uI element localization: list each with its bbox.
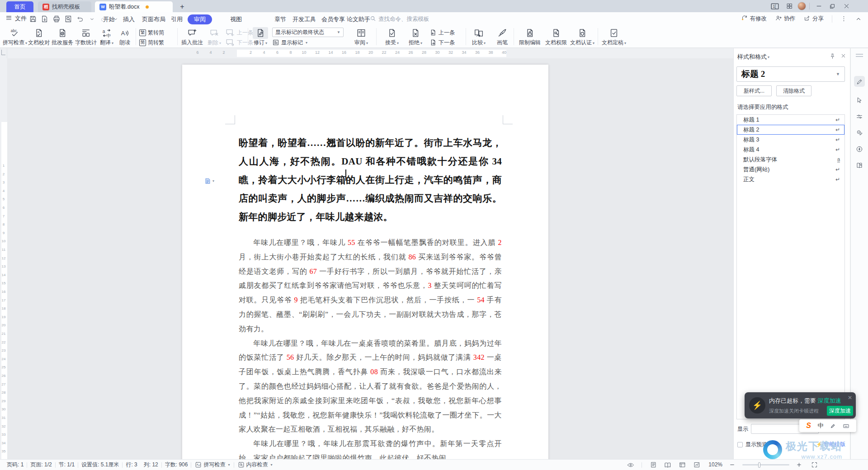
- ribbon-button-翻译[interactable]: a中 翻译▾: [98, 26, 116, 47]
- popup-close-icon[interactable]: ✕: [848, 395, 852, 401]
- ime-toolbar[interactable]: S 中: [799, 419, 856, 432]
- close-button[interactable]: [839, 0, 854, 12]
- zoom-out-icon[interactable]: [726, 460, 738, 470]
- menu-tab-9[interactable]: 会员专享: [320, 14, 347, 24]
- collapse-ribbon-icon[interactable]: [855, 16, 862, 22]
- style-item-标题 1[interactable]: 标题 1↵: [737, 115, 844, 125]
- style-item-标题 4[interactable]: 标题 4↵: [737, 145, 844, 155]
- doc-paragraph-1[interactable]: 年味儿在哪里？哦，年味儿 55 在爷爷一幅幅笔墨飘香的对联里。进入腊 2 月，街…: [239, 235, 502, 336]
- workspace-grid-button[interactable]: [783, 0, 796, 12]
- outline-view-icon[interactable]: [691, 460, 703, 470]
- ribbon-button-批改服务[interactable]: 批改服务: [51, 26, 74, 46]
- new-style-button[interactable]: 新样式...: [736, 85, 772, 96]
- ribbon-button-上一条[interactable]: 上一条: [225, 28, 253, 37]
- web-layout-icon[interactable]: [676, 460, 688, 470]
- zoom-in-icon[interactable]: [793, 460, 805, 470]
- style-item-普通(网站)[interactable]: 普通(网站)↵: [737, 164, 844, 174]
- ribbon-button-拒绝[interactable]: 拒绝▾: [405, 26, 426, 47]
- menu-tab-7[interactable]: 章节: [273, 14, 288, 24]
- command-search[interactable]: 查找命令、搜索模板: [370, 15, 429, 23]
- deep-boost-button[interactable]: 深度加速: [827, 406, 853, 416]
- menu-tab-10[interactable]: 论文助手: [345, 14, 372, 24]
- ime-pen-icon[interactable]: [830, 423, 836, 429]
- tab-home[interactable]: 首页: [6, 1, 33, 12]
- preview-checkbox[interactable]: [737, 442, 743, 447]
- zoom-slider[interactable]: [742, 464, 789, 465]
- select-cursor-icon[interactable]: [854, 95, 865, 106]
- horizontal-ruler[interactable]: 642246810121416182022242628303234363840: [7, 48, 733, 58]
- document-content[interactable]: 盼望着，盼望着……翘首以盼的新年近了。街市上车水马龙，人山人海，好不热闹。DAU…: [239, 134, 502, 459]
- ribbon-button-显示标记[interactable]: 显示标记▾: [272, 38, 307, 47]
- status-button-拼写检查[interactable]: A拼写检查▾: [191, 461, 233, 469]
- ribbon-button-比较[interactable]: 比较▾: [468, 26, 489, 47]
- panel-close-icon[interactable]: [840, 53, 846, 61]
- ribbon-button-朗读[interactable]: A 朗读: [116, 26, 134, 46]
- menu-tab-2[interactable]: 插入: [121, 14, 137, 24]
- tab-list-button[interactable]: 1[: [769, 0, 781, 12]
- page-1[interactable]: 盼望着，盼望着……翘首以盼的新年近了。街市上车水马龙，人山人海，好不热闹。DAU…: [182, 65, 548, 459]
- doc-paragraph-3[interactable]: 年味儿在哪里？哦，年味儿在那震耳欲聋的爆竹声中。新年第一天零点开始，家家户户都响…: [239, 437, 502, 459]
- status-button-内容检查[interactable]: 内容检查▾: [234, 461, 276, 469]
- menu-tab-6[interactable]: 视图: [228, 14, 244, 24]
- ribbon-button-文档校对[interactable]: a- 文档校对: [27, 26, 51, 46]
- ribbon-button-审阅[interactable]: 审阅▾: [351, 26, 372, 47]
- ribbon-button-拼写检查[interactable]: abc 拼写检查▾: [3, 26, 27, 47]
- doc-paragraph-2[interactable]: 年味儿在哪里？哦，年味儿在一桌桌香喷喷的菜肴里。腊月底，妈妈为过年的饭菜忙活了 …: [239, 336, 502, 437]
- style-item-标题 3[interactable]: 标题 3↵: [737, 135, 844, 145]
- ribbon-button-字数统计[interactable]: 字数统计: [74, 26, 98, 46]
- ribbon-button-下一条[interactable]: 下一条: [429, 38, 455, 47]
- dictionary-lookup-icon[interactable]: [854, 160, 865, 171]
- ribbon-button-文档认证[interactable]: 文档认证▾: [570, 26, 595, 47]
- ribbon-button-限制编辑[interactable]: 限制编辑: [517, 26, 542, 46]
- ribbon-button-繁转简[interactable]: 繁繁转简: [139, 28, 164, 37]
- adjust-settings-icon[interactable]: [854, 111, 865, 122]
- menubar-action-1[interactable]: 有修改: [741, 14, 767, 23]
- edit-pen-icon[interactable]: [854, 76, 865, 87]
- panel-title-arrow-icon[interactable]: ▾: [768, 55, 769, 59]
- tab-document[interactable]: W 盼望着.docx: [95, 1, 173, 12]
- menu-tab-4[interactable]: 引用: [169, 14, 184, 24]
- ribbon-button-文档权限[interactable]: 文档权限: [543, 26, 569, 46]
- tab-docer-templates[interactable]: 稻 找稻壳模板: [38, 1, 91, 12]
- more-options-icon[interactable]: [840, 15, 847, 22]
- menu-tab-5[interactable]: 审阅: [188, 14, 212, 24]
- new-tab-button[interactable]: +: [176, 1, 188, 12]
- sogou-logo[interactable]: S: [806, 422, 811, 430]
- clear-format-button[interactable]: 清除格式: [776, 85, 811, 96]
- style-item-默认段落字体[interactable]: 默认段落字体a: [737, 155, 844, 164]
- quick-tools-icon[interactable]: [854, 144, 865, 155]
- drag-handle[interactable]: [856, 54, 863, 57]
- menubar-action-3[interactable]: 分享: [803, 14, 824, 23]
- ribbon-button-画笔[interactable]: 画笔: [492, 26, 513, 46]
- read-layout-icon[interactable]: [662, 460, 674, 470]
- ribbon-button-接受[interactable]: 接受▾: [382, 26, 402, 47]
- current-style-dropdown[interactable]: 标题 2 ▼: [736, 66, 845, 82]
- pin-icon[interactable]: [829, 53, 836, 61]
- style-item-标题 2[interactable]: 标题 2↵: [737, 125, 844, 135]
- zoom-slider-knob[interactable]: [758, 462, 760, 468]
- document-canvas[interactable]: 盼望着，盼望着……翘首以盼的新年近了。街市上车水马龙，人山人海，好不热闹。DAU…: [7, 58, 733, 459]
- ribbon-button-上一条[interactable]: 上一条: [429, 28, 455, 37]
- ribbon-button-文档定稿[interactable]: 文档定稿▾: [601, 26, 627, 47]
- user-avatar[interactable]: [797, 2, 806, 10]
- menu-tab-8[interactable]: 开发工具: [291, 14, 318, 24]
- page-view-icon[interactable]: [647, 460, 659, 470]
- ime-lang-mode[interactable]: 中: [818, 422, 824, 430]
- style-item-正文[interactable]: 正文↵: [737, 174, 844, 184]
- annotation-assistant-icon[interactable]: [854, 127, 865, 138]
- ribbon-button-修订[interactable]: 修订▾: [250, 26, 270, 47]
- ime-keyboard-icon[interactable]: [843, 423, 849, 429]
- ribbon-button-插入批注[interactable]: 插入批注: [180, 26, 204, 46]
- eye-protection-icon[interactable]: [625, 460, 637, 470]
- doc-heading-paragraph[interactable]: 盼望着，盼望着……翘首以盼的新年近了。街市上车水马龙，人山人海，好不热闹。DAU…: [239, 134, 502, 226]
- minimize-button[interactable]: [812, 0, 826, 12]
- paragraph-format-indicator[interactable]: ▾: [204, 178, 214, 184]
- menu-tab-1[interactable]: 开始: [101, 14, 117, 24]
- tab-stop-selector[interactable]: [0, 48, 7, 58]
- ribbon-button-简转繁[interactable]: 简简转繁: [139, 38, 164, 47]
- menubar-action-2[interactable]: 协作: [775, 14, 795, 23]
- show-markup-state-dropdown[interactable]: 显示标记的最终状态▼: [272, 28, 344, 37]
- restore-button[interactable]: [826, 0, 839, 12]
- ribbon-button-下一条[interactable]: 下一条: [225, 38, 253, 47]
- fullscreen-icon[interactable]: [808, 460, 820, 470]
